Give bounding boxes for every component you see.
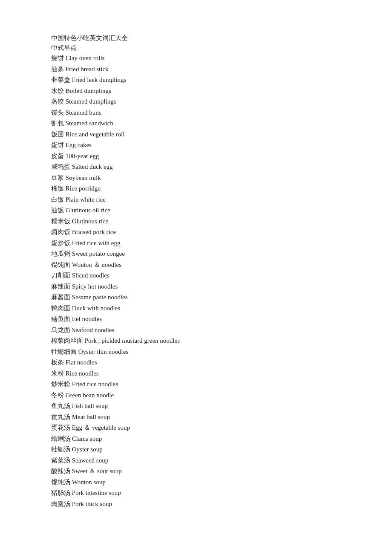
list-item: 油饭 Glutinous oil rice xyxy=(51,205,341,216)
list-item: 米粉 Rice noodles xyxy=(51,368,341,379)
list-item: 紫菜汤 Seaweed soup xyxy=(51,455,341,466)
list-item: 烧饼 Clay oven rolls xyxy=(51,53,341,64)
list-item: 牡蛎细面 Oyster thin noodles xyxy=(51,347,341,358)
list-item: 猪肠汤 Pork intestine soup xyxy=(51,488,341,499)
list-item: 馄饨面 Wonton ＆ noodles xyxy=(51,260,341,271)
list-item: 麻酱面 Sesame paste noodles xyxy=(51,292,341,303)
list-item: 冬粉 Green bean noodle xyxy=(51,390,341,401)
list-item: 贡丸汤 Meat ball soup xyxy=(51,412,341,423)
list-item: 刀削面 Sliced noodles xyxy=(51,270,341,281)
list-item: 酸辣汤 Sweet ＆ sour soup xyxy=(51,466,341,477)
list-item: 牡蛎汤 Oyster soup xyxy=(51,444,341,455)
list-item: 水饺 Boiled dumplings xyxy=(51,86,341,97)
list-item: 割包 Steamed sandwich xyxy=(51,118,341,129)
list-item: 韭菜盒 Fried leek dumplings xyxy=(51,75,341,86)
list-item: 板条 Flat noodles xyxy=(51,357,341,368)
list-item: 蛋炒饭 Fried rice with egg xyxy=(51,238,341,249)
list-item: 卤肉饭 Braised pork rice xyxy=(51,227,341,238)
list-item: 肉羹汤 Pork thick soup xyxy=(51,499,341,510)
list-item: 油条 Fried bread stick xyxy=(51,64,341,75)
list-item: 麻辣面 Spicy hot noodles xyxy=(51,281,341,292)
list-item: 豆浆 Soybean milk xyxy=(51,173,341,184)
list-item: 地瓜粥 Sweet potato congee xyxy=(51,249,341,260)
list-item: 蛋饼 Egg cakes xyxy=(51,140,341,151)
list-item: 蒸饺 Steamed dumplings xyxy=(51,96,341,107)
page-title: 中国特色小吃英文词汇大全 xyxy=(51,34,341,42)
list-item: 馒头 Steamed buns xyxy=(51,107,341,119)
list-item: 鳝鱼面 Eel noodles xyxy=(51,314,341,325)
list-item: 皮蛋 100-year egg xyxy=(51,151,341,162)
list-item: 糯米饭 Glutinous rice xyxy=(51,216,341,227)
list-item: 炒米粉 Fried rice noodles xyxy=(51,379,341,390)
list-item: 稀饭 Rice porridge xyxy=(51,183,341,194)
list-item: 白饭 Plain white rice xyxy=(51,194,341,205)
list-item: 鸭肉面 Duck with noodles xyxy=(51,303,341,314)
list-item: 榨菜肉丝面 Pork , pickled mustard green noodl… xyxy=(51,335,341,347)
list-item: 乌龙面 Seafood noodles xyxy=(51,325,341,336)
list-item: 咸鸭蛋 Salted duck egg xyxy=(51,162,341,173)
list-item: 蛋花汤 Egg ＆ vegetable soup xyxy=(51,422,341,434)
list-item: 蛤蜊汤 Clams soup xyxy=(51,434,341,445)
list-item: 馄饨汤 Wonton soup xyxy=(51,477,341,488)
list-item: 饭团 Rice and vegetable roll xyxy=(51,129,341,140)
section-header: 中式早点 xyxy=(51,44,341,52)
list-item: 鱼丸汤 Fish ball soup xyxy=(51,401,341,412)
